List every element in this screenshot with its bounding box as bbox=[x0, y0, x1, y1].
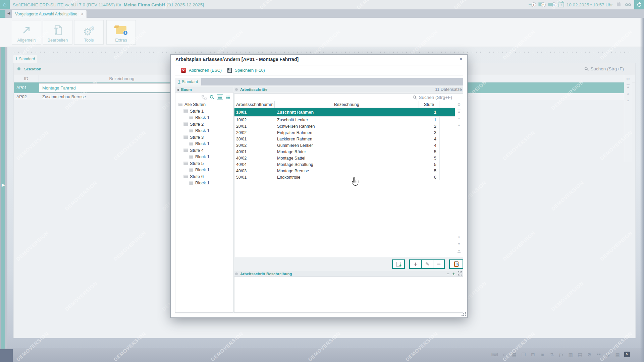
new-record-button[interactable]: + bbox=[392, 259, 405, 269]
cards-button[interactable]: 2 bbox=[538, 2, 546, 7]
tree-item[interactable]: Block 1 bbox=[175, 180, 233, 186]
steps-table-row[interactable]: 40/01Montage Räder5 bbox=[234, 148, 455, 155]
save-button[interactable]: Speichern (F10) bbox=[227, 68, 265, 73]
tree-item[interactable]: Stufe 6 bbox=[175, 173, 233, 180]
scroll-page-up-icon[interactable]: ▲ bbox=[627, 92, 630, 95]
steps-table-row[interactable]: 40/02Montage Sattel5 bbox=[234, 155, 455, 161]
edit-row-button[interactable]: ✎ bbox=[421, 260, 433, 268]
gear-icon[interactable]: ⚙ bbox=[587, 352, 592, 357]
dialog-tab-standard[interactable]: 1Standard bbox=[175, 78, 201, 85]
tree-item[interactable]: Stufe 1 bbox=[175, 108, 233, 115]
ribbon-button-extras[interactable]: i Extras bbox=[106, 20, 136, 45]
tree-search-icon[interactable] bbox=[209, 95, 215, 100]
function-icon[interactable]: ƒx bbox=[558, 352, 564, 357]
sidebar-expand-icon[interactable]: ▶ bbox=[2, 182, 5, 187]
scroll-page-up-icon[interactable]: ▲ bbox=[458, 117, 461, 120]
steps-table-row[interactable]: 20/01Schweißen Rahmen2 bbox=[234, 123, 455, 129]
tree-item[interactable]: Alle Stufen bbox=[175, 101, 233, 108]
steps-table-row[interactable]: 10/01Zuschnitt Rahmen1 bbox=[234, 108, 455, 117]
tree-item[interactable]: Block 1 bbox=[175, 167, 233, 173]
node-cube-icon bbox=[183, 135, 188, 139]
sidebar-collapsed-strip[interactable] bbox=[1, 47, 5, 349]
steps-table-row[interactable]: 40/04Montage Schaltung5 bbox=[234, 161, 455, 168]
users-icon[interactable]: ☷ bbox=[596, 352, 601, 357]
panel-dot-icon bbox=[235, 88, 238, 91]
table-settings-gear-icon[interactable]: ⚙ bbox=[626, 77, 630, 81]
plan-search-field[interactable]: Suchen (Strg+F) bbox=[584, 66, 624, 71]
cell-arbeitsschrittnummer: 10/02 bbox=[234, 117, 275, 123]
user-icon[interactable]: ☺ bbox=[502, 352, 507, 357]
report-icon[interactable]: ▤ bbox=[577, 352, 583, 357]
task-list-button[interactable]: 1 bbox=[529, 2, 536, 7]
sitemap-icon[interactable] bbox=[201, 95, 207, 100]
calendar-grid-icon[interactable]: ▦ bbox=[615, 352, 620, 357]
collapse-minus-icon[interactable]: − bbox=[446, 271, 449, 277]
tree-item[interactable]: Block 1 bbox=[175, 154, 233, 160]
tree-item[interactable]: Block 1 bbox=[175, 127, 233, 134]
tree-item[interactable]: Stufe 4 bbox=[175, 147, 233, 154]
cell-bezeichnung: Entgraten Rahmen bbox=[275, 129, 419, 136]
column-header-bezeichnung[interactable]: Bezeichnung bbox=[275, 101, 419, 108]
panel-dot-icon bbox=[17, 67, 20, 70]
expand-plus-icon[interactable]: + bbox=[452, 271, 455, 277]
ribbon-button-bearbeiten[interactable]: Bearbeiten bbox=[43, 20, 72, 45]
description-panel-body[interactable] bbox=[234, 277, 463, 313]
messages-button[interactable]: 0 bbox=[548, 2, 556, 7]
table-settings-gear-icon[interactable]: ⚙ bbox=[457, 102, 461, 107]
tree-item[interactable]: Block 1 bbox=[175, 140, 233, 147]
steps-table-row[interactable]: 50/01Endkontrolle6 bbox=[234, 174, 455, 180]
scroll-up-icon[interactable]: ▲ bbox=[458, 124, 461, 127]
binoculars-icon[interactable] bbox=[625, 3, 631, 6]
tab-scroll-left-icon[interactable]: ◀ bbox=[7, 11, 10, 15]
scroll-page-down-icon[interactable]: ▼ bbox=[458, 243, 461, 246]
add-row-button[interactable]: + bbox=[410, 260, 421, 268]
ribbon-button-allgemein[interactable]: Allgemein bbox=[12, 20, 41, 45]
scroll-to-top-icon[interactable]: ▲ bbox=[627, 84, 630, 88]
calendar-icon[interactable]: 7 bbox=[558, 2, 564, 7]
column-header-arbeitsschrittnummer[interactable]: Arbeitsschrittnumm bbox=[234, 101, 275, 108]
list-view-active-icon[interactable] bbox=[217, 95, 223, 100]
tree-item[interactable]: Block 1 bbox=[175, 114, 233, 121]
column-header-id[interactable]: ID bbox=[14, 75, 39, 82]
scroll-to-top-icon[interactable]: ▲ bbox=[458, 110, 461, 113]
node-cube-icon bbox=[189, 155, 193, 159]
steps-table-row[interactable]: 20/02Entgraten Rahmen3 bbox=[234, 129, 455, 136]
window-add-icon[interactable]: ⊞ bbox=[530, 352, 536, 357]
calculator-icon[interactable]: ▦ bbox=[512, 352, 517, 357]
steps-table-row[interactable]: 30/01Lackieren Rahmen4 bbox=[234, 136, 455, 142]
steps-table-row[interactable]: 30/02Gummieren Lenker4 bbox=[234, 142, 455, 148]
delete-row-button[interactable]: − bbox=[433, 260, 444, 268]
tree-item[interactable]: Stufe 3 bbox=[175, 134, 233, 141]
steps-table-row[interactable]: 40/03Montage Bremse5 bbox=[234, 168, 455, 174]
window-stack-icon[interactable]: ❐ bbox=[521, 352, 526, 357]
flask-icon[interactable]: ⚗ bbox=[549, 352, 554, 357]
scroll-up-icon[interactable]: ▲ bbox=[627, 99, 630, 102]
panel-collapse-icon[interactable]: ◀ bbox=[176, 88, 179, 92]
home-icon[interactable]: ⌂ bbox=[0, 0, 10, 9]
maximize-panel-icon[interactable] bbox=[458, 271, 462, 277]
keyboard-icon[interactable]: ⌨ bbox=[491, 352, 498, 357]
power-button[interactable] bbox=[634, 0, 644, 9]
cell-stufe: 5 bbox=[419, 155, 439, 161]
tab-close-icon[interactable]: x bbox=[80, 12, 84, 16]
scroll-down-icon[interactable]: ▼ bbox=[458, 236, 461, 239]
scroll-to-bottom-icon[interactable]: ▼ bbox=[458, 249, 461, 253]
dialog-resize-grip[interactable] bbox=[465, 315, 466, 316]
document-tab-strip: ◀ Vorgelagerte Auswahl Arbeitspläne x bbox=[0, 9, 644, 18]
lock-icon[interactable]: ◙ bbox=[540, 352, 545, 357]
list-view-icon[interactable] bbox=[225, 95, 231, 100]
puzzle-icon[interactable]: ◈ bbox=[605, 352, 611, 357]
steps-table-row[interactable]: 10/02Zuschnitt Lenker1 bbox=[234, 117, 455, 123]
page-tab-standard[interactable]: 1 Standard bbox=[13, 55, 37, 63]
tab-vorgelagerte-auswahl[interactable]: Vorgelagerte Auswahl Arbeitspläne x bbox=[12, 10, 87, 18]
column-header-stufe[interactable]: Stufe bbox=[419, 101, 439, 108]
pointer-icon[interactable]: ↖ bbox=[624, 352, 630, 357]
tree-item[interactable]: Stufe 5 bbox=[175, 160, 233, 167]
book-icon[interactable]: ▥ bbox=[568, 352, 573, 357]
tree-item[interactable]: Stufe 2 bbox=[175, 121, 233, 128]
edit-details-button[interactable]: ✎ bbox=[449, 259, 463, 269]
ribbon-button-tools[interactable]: ⚙⚙ Tools bbox=[74, 20, 104, 45]
steps-search-field[interactable]: Suchen (Strg+F) bbox=[234, 94, 463, 101]
cancel-button[interactable]: ✕ Abbrechen (ESC) bbox=[181, 68, 222, 73]
dialog-close-icon[interactable]: ✕ bbox=[459, 56, 463, 62]
